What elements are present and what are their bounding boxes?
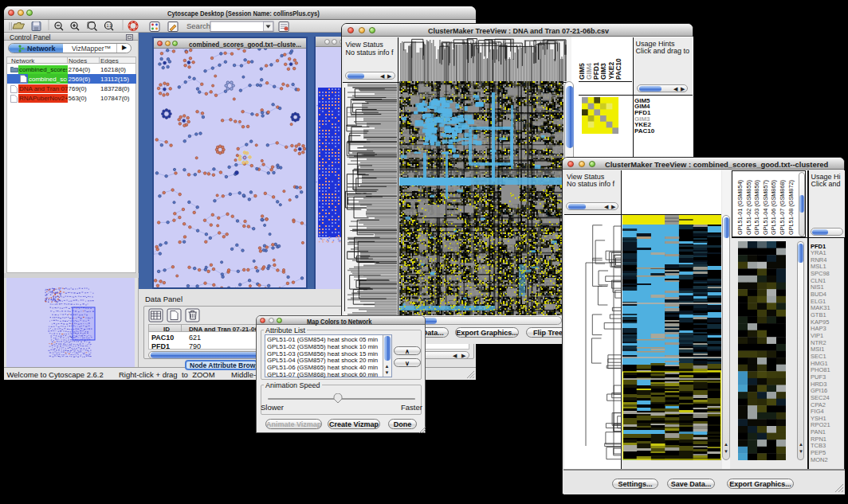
svg-text:1:1: 1:1 [107,24,112,28]
svg-text:GPL51-01 (GSM854): GPL51-01 (GSM854) [736,180,744,235]
svg-text:GPL51-02 (GSM855): GPL51-02 (GSM855) [745,180,752,235]
svg-text:GPL51-06 (GSM865): GPL51-06 (GSM865) [770,180,777,235]
svg-text:GPL51-03 (GSM856): GPL51-03 (GSM856) [753,180,760,235]
svg-text:GPL51-07 (GSM868): GPL51-07 (GSM868) [779,180,786,235]
svg-text:GPL51-08 (GSM872): GPL51-08 (GSM872) [787,180,795,235]
svg-text:Search:: Search: [186,21,213,30]
svg-text:PAC10: PAC10 [614,58,622,80]
svg-text:GPL51-04 (GSM857): GPL51-04 (GSM857) [762,180,769,235]
